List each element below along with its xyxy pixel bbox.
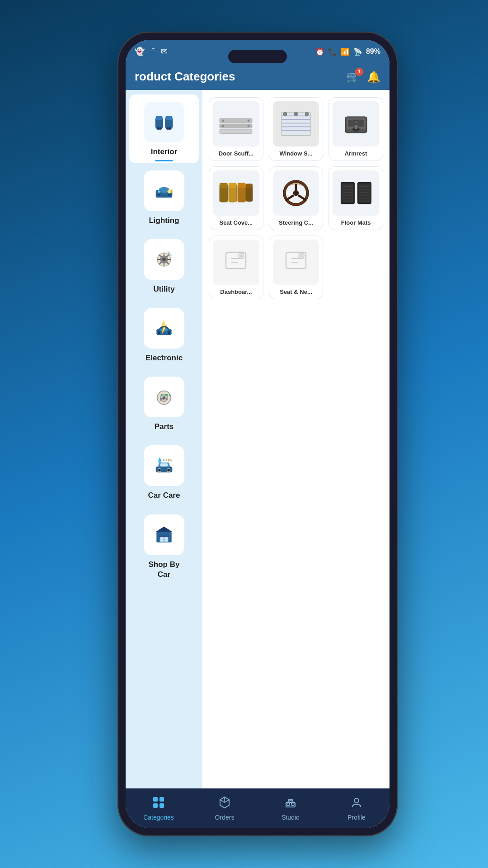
svg-text:parts: parts xyxy=(160,397,167,401)
carcare-icon: 💧 ✨ DALLAS xyxy=(144,445,184,486)
svg-rect-46 xyxy=(164,536,168,542)
svg-rect-36 xyxy=(158,469,161,472)
wifi-icon: 📶 xyxy=(341,47,350,56)
product-card-armrest[interactable]: Armrest xyxy=(328,97,383,161)
dashboard-label: Dashboar... xyxy=(220,288,252,295)
svg-rect-119 xyxy=(160,803,164,808)
product-card-seat-ne[interactable]: Seat & Ne... xyxy=(269,236,324,299)
svg-line-87 xyxy=(298,195,306,200)
svg-point-57 xyxy=(222,125,225,127)
svg-rect-126 xyxy=(289,801,292,802)
svg-rect-11 xyxy=(168,194,171,196)
svg-rect-27 xyxy=(158,331,160,335)
seat-cover-label: Seat Cove... xyxy=(219,219,253,226)
svg-rect-52 xyxy=(220,118,252,123)
sidebar: Interior xyxy=(126,90,202,788)
sidebar-item-shopbycar[interactable]: Shop ByCar xyxy=(126,507,202,586)
svg-point-67 xyxy=(305,112,309,116)
sidebar-item-electronic[interactable]: Electronic xyxy=(126,301,202,369)
nav-item-categories[interactable]: Categories xyxy=(126,796,192,821)
categories-label: Categories xyxy=(143,814,174,821)
dashboard-image xyxy=(213,240,259,285)
svg-line-122 xyxy=(225,800,229,802)
steering-label: Steering C... xyxy=(279,219,313,226)
notification-button[interactable]: 🔔 xyxy=(367,71,380,83)
snapchat-icon: 👻 xyxy=(135,47,145,57)
electronic-label: Electronic xyxy=(145,353,183,363)
clock-icon: ⏰ xyxy=(315,47,324,56)
svg-point-66 xyxy=(294,112,298,116)
svg-rect-53 xyxy=(220,124,252,128)
svg-point-12 xyxy=(169,189,173,193)
orders-icon xyxy=(218,796,231,812)
orders-label: Orders xyxy=(215,814,235,821)
phone-wrapper: 👻 𝕗 ✉ ⏰ 📞 📶 📡 89% roduct Categories xyxy=(117,32,398,836)
svg-point-125 xyxy=(291,803,294,806)
dynamic-island xyxy=(228,50,287,63)
armrest-image xyxy=(333,101,379,146)
product-card-floor-mats[interactable]: Floor Mats xyxy=(328,166,383,230)
svg-text:🔧: 🔧 xyxy=(167,251,172,256)
steering-image xyxy=(273,170,319,216)
utility-label: Utility xyxy=(153,284,174,294)
svg-rect-28 xyxy=(168,331,170,335)
sidebar-item-parts[interactable]: CHILE parts Parts xyxy=(126,369,202,438)
main-content: Interior xyxy=(126,90,389,788)
products-area: Door Scuff... xyxy=(202,90,389,788)
facebook-icon: 𝕗 xyxy=(151,47,155,57)
gmail-icon: ✉ xyxy=(161,47,168,57)
app-header: roduct Categories 🛒 1 🔔 xyxy=(126,63,389,90)
svg-text:CHILE: CHILE xyxy=(161,393,171,397)
window-shade-label: Window S... xyxy=(280,150,313,157)
nav-item-profile[interactable]: Profile xyxy=(324,796,389,821)
floor-mats-label: Floor Mats xyxy=(341,219,371,226)
svg-point-84 xyxy=(293,190,299,196)
studio-label: Studio xyxy=(282,814,300,821)
svg-rect-4 xyxy=(156,127,162,130)
categories-icon xyxy=(152,796,165,812)
sidebar-item-carcare[interactable]: 💧 ✨ DALLAS Car Care xyxy=(126,438,202,507)
product-card-window-shade[interactable]: Window S... xyxy=(269,97,324,161)
svg-line-121 xyxy=(220,800,225,802)
carcare-label: Car Care xyxy=(148,491,180,500)
cart-button[interactable]: 🛒 1 xyxy=(346,71,360,83)
floor-mats-image xyxy=(333,170,379,216)
svg-point-73 xyxy=(354,120,358,125)
seat-cover-image xyxy=(213,170,259,216)
nav-item-studio[interactable]: Studio xyxy=(258,796,324,821)
studio-icon xyxy=(284,796,297,812)
parts-icon: CHILE parts xyxy=(144,377,184,417)
phone-screen: 👻 𝕗 ✉ ⏰ 📞 📶 📡 89% roduct Categories xyxy=(126,40,389,828)
svg-point-127 xyxy=(354,798,359,803)
nav-item-orders[interactable]: Orders xyxy=(192,796,258,821)
svg-rect-1 xyxy=(156,116,163,120)
product-card-door-scuff[interactable]: Door Scuff... xyxy=(209,97,263,161)
armrest-label: Armrest xyxy=(345,150,367,157)
cart-badge: 1 xyxy=(355,68,363,76)
sidebar-item-utility[interactable]: 🔧 Utility xyxy=(126,232,202,301)
battery-level: 89% xyxy=(366,47,380,56)
phone-icon: 📞 xyxy=(328,47,337,56)
svg-rect-117 xyxy=(160,797,164,802)
sidebar-item-interior[interactable]: Interior xyxy=(129,94,199,163)
sidebar-item-lighting[interactable]: Lighting xyxy=(126,163,202,232)
svg-rect-3 xyxy=(165,116,172,120)
svg-rect-79 xyxy=(238,183,246,188)
svg-rect-75 xyxy=(220,183,228,188)
product-card-dashboard[interactable]: Dashboar... xyxy=(209,236,263,299)
svg-line-86 xyxy=(286,195,294,200)
svg-rect-45 xyxy=(160,536,164,542)
product-card-steering[interactable]: Steering C... xyxy=(269,166,324,230)
seat-ne-image xyxy=(273,240,319,285)
status-left: 👻 𝕗 ✉ xyxy=(135,47,168,57)
header-icons: 🛒 1 🔔 xyxy=(346,71,380,83)
seat-ne-label: Seat & Ne... xyxy=(280,288,312,295)
door-scuff-image xyxy=(213,101,259,146)
dashboard-placeholder xyxy=(222,249,249,276)
svg-rect-77 xyxy=(229,183,237,188)
svg-rect-10 xyxy=(157,194,160,196)
seat-ne-placeholder xyxy=(282,249,310,276)
product-card-seat-cover[interactable]: Seat Cove... xyxy=(209,166,263,230)
svg-point-56 xyxy=(248,119,250,122)
svg-rect-38 xyxy=(160,463,168,467)
